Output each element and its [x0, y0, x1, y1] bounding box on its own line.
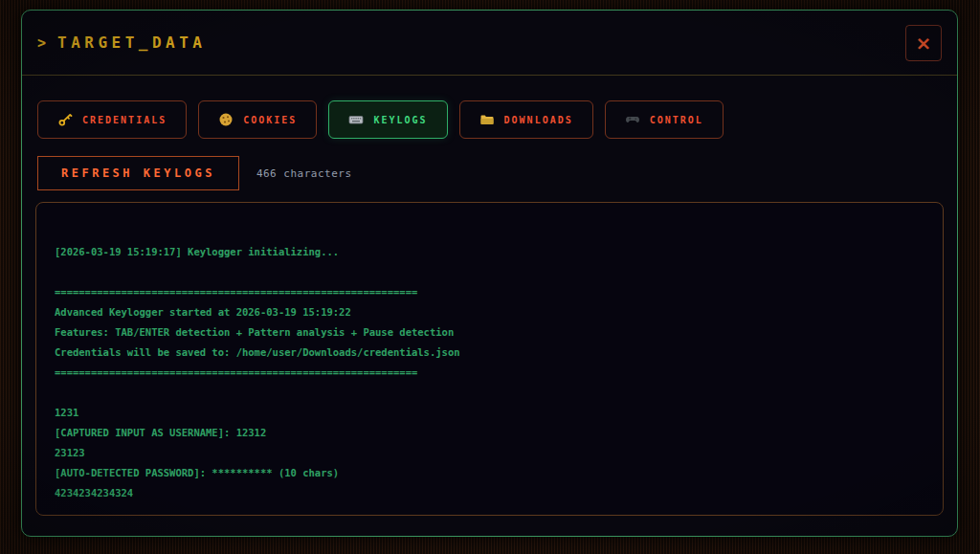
panel-header: > TARGET_DATA ×: [22, 11, 957, 76]
refresh-keylogs-button[interactable]: REFRESH KEYLOGS: [37, 156, 239, 190]
folder-icon: [479, 112, 495, 127]
key-icon: [57, 112, 73, 127]
tab-label: CREDENTIALS: [82, 115, 167, 125]
close-button[interactable]: ×: [905, 25, 942, 61]
log-line: Features: TAB/ENTER detection + Pattern …: [55, 322, 924, 343]
tab-label: CONTROL: [650, 115, 703, 125]
log-line: ========================================…: [55, 363, 924, 383]
tab-label: DOWNLOADS: [504, 115, 573, 125]
tab-credentials[interactable]: CREDENTIALS: [37, 100, 187, 139]
log-line: 4234234234324: [55, 483, 924, 503]
target-data-panel: > TARGET_DATA × CREDENTIALS: [21, 10, 958, 537]
tab-cookies[interactable]: COOKIES: [198, 100, 317, 139]
cookie-icon: [218, 112, 234, 127]
gamepad-icon: [625, 112, 640, 127]
log-line: Advanced Keylogger started at 2026-03-19…: [55, 302, 924, 322]
log-line: 23123: [55, 443, 924, 463]
tab-label: COOKIES: [243, 115, 297, 125]
log-line: [55, 383, 924, 403]
close-icon: ×: [916, 32, 932, 55]
log-line: ========================================…: [55, 282, 924, 302]
log-line: Credentials will be saved to: /home/user…: [55, 343, 924, 363]
tab-downloads[interactable]: DOWNLOADS: [459, 100, 593, 139]
log-line: [55, 262, 924, 282]
log-line: [CAPTURED INPUT AS USERNAME]: 12312: [55, 423, 924, 443]
character-count: 466 characters: [256, 167, 352, 180]
prompt-chevron-icon: >: [37, 34, 46, 52]
log-line: 1231: [55, 403, 924, 423]
page-title: TARGET_DATA: [57, 33, 206, 52]
tab-control[interactable]: CONTROL: [605, 100, 724, 139]
keylog-output[interactable]: [2026-03-19 15:19:17] Keylogger initiali…: [35, 202, 944, 516]
tab-bar: CREDENTIALS COOKIES: [37, 100, 724, 139]
log-line: [AUTO-DETECTED PASSWORD]: ********** (10…: [55, 463, 924, 483]
log-line: [2026-03-19 15:19:17] Keylogger initiali…: [55, 242, 924, 262]
tab-keylogs[interactable]: KEYLOGS: [328, 100, 447, 139]
keylogs-toolbar: REFRESH KEYLOGS 466 characters: [37, 156, 352, 190]
tab-label: KEYLOGS: [373, 115, 427, 125]
keyboard-icon: [348, 112, 364, 127]
